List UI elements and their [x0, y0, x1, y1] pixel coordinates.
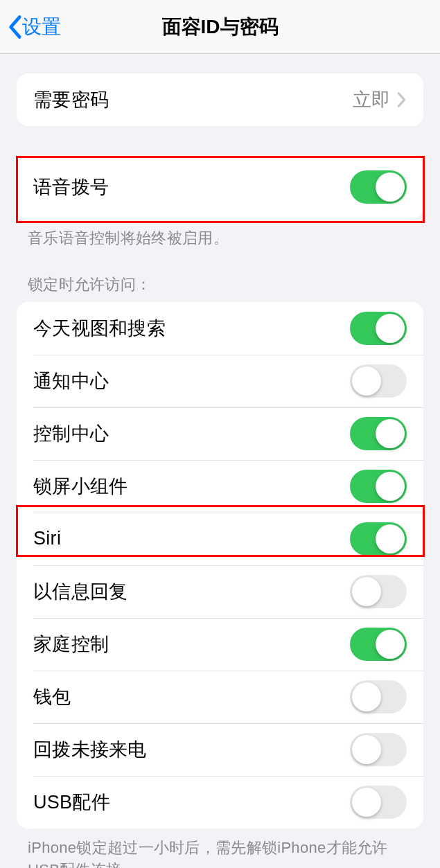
locked-row: 以信息回复 — [17, 565, 423, 618]
usb-footer: iPhone锁定超过一小时后，需先解锁iPhone才能允许USB配件连接。 — [28, 837, 412, 868]
toggle-knob — [352, 577, 381, 606]
locked-row: 今天视图和搜索 — [17, 302, 423, 355]
locked-row: 家庭控制 — [17, 618, 423, 671]
require-passcode-value: 立即 — [353, 87, 390, 112]
locked-row: 锁屏小组件 — [17, 460, 423, 513]
chevron-left-icon — [7, 15, 22, 39]
locked-access-group: 今天视图和搜索通知中心控制中心锁屏小组件Siri以信息回复家庭控制钱包回拨未接来… — [17, 302, 423, 829]
locked-row-toggle[interactable] — [350, 786, 407, 819]
locked-row: 控制中心 — [17, 407, 423, 460]
locked-row: USB配件 — [17, 776, 423, 829]
locked-row-label: 回拨未接来电 — [33, 737, 147, 762]
locked-row: 回拨未接来电 — [17, 723, 423, 776]
locked-row-toggle[interactable] — [350, 680, 407, 714]
navbar: 设置 面容ID与密码 — [0, 0, 440, 54]
locked-row-label: 控制中心 — [33, 421, 109, 446]
passcode-group: 需要密码 立即 — [17, 73, 423, 126]
locked-row-label: 家庭控制 — [33, 632, 109, 657]
toggle-knob — [376, 472, 405, 501]
locked-row: 通知中心 — [17, 355, 423, 407]
locked-row-toggle[interactable] — [350, 312, 407, 345]
toggle-knob — [352, 366, 381, 396]
locked-row-label: 以信息回复 — [33, 579, 128, 604]
toggle-knob — [352, 735, 381, 764]
require-passcode-label: 需要密码 — [33, 87, 109, 112]
voice-dial-group: 语音拨号 — [17, 155, 423, 219]
locked-row-label: 通知中心 — [33, 369, 109, 393]
toggle-knob — [376, 172, 405, 202]
locked-row-toggle[interactable] — [350, 628, 407, 661]
voice-dial-label: 语音拨号 — [33, 175, 109, 200]
locked-row: Siri — [17, 513, 423, 565]
locked-row-toggle[interactable] — [350, 417, 407, 450]
locked-row-label: 钱包 — [33, 684, 71, 709]
voice-dial-row: 语音拨号 — [17, 155, 423, 219]
require-passcode-row[interactable]: 需要密码 立即 — [17, 73, 423, 126]
toggle-knob — [376, 314, 405, 343]
toggle-knob — [376, 524, 405, 553]
chevron-right-icon — [397, 91, 407, 108]
toggle-knob — [352, 682, 381, 711]
locked-row-label: Siri — [33, 528, 61, 549]
back-button[interactable]: 设置 — [7, 14, 61, 40]
locked-row-toggle[interactable] — [350, 522, 407, 556]
locked-row: 钱包 — [17, 671, 423, 723]
locked-row-toggle[interactable] — [350, 733, 407, 766]
row-right: 立即 — [353, 87, 407, 112]
voice-dial-toggle[interactable] — [350, 170, 407, 204]
back-label: 设置 — [22, 14, 61, 40]
page-title: 面容ID与密码 — [0, 14, 440, 40]
content: 需要密码 立即 语音拨号 音乐语音控制将始终被启用。 锁定时允许访问： 今天视图… — [0, 54, 440, 868]
locked-row-toggle[interactable] — [350, 364, 407, 398]
voice-dial-footer: 音乐语音控制将始终被启用。 — [28, 227, 412, 249]
locked-row-label: USB配件 — [33, 790, 110, 815]
toggle-knob — [376, 419, 405, 448]
locked-row-toggle[interactable] — [350, 575, 407, 608]
toggle-knob — [376, 630, 405, 659]
locked-section-header: 锁定时允许访问： — [28, 274, 412, 295]
locked-row-label: 锁屏小组件 — [33, 474, 128, 499]
locked-row-toggle[interactable] — [350, 470, 407, 503]
toggle-knob — [352, 788, 381, 817]
locked-row-label: 今天视图和搜索 — [33, 316, 166, 341]
